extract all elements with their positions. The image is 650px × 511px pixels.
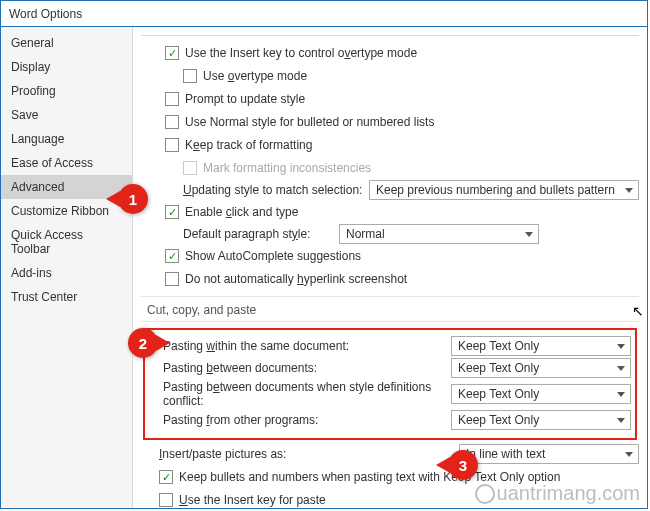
checkbox-prompt-update-style[interactable] xyxy=(165,92,179,106)
label-prompt-update-style: Prompt to update style xyxy=(185,92,305,106)
label-enable-click-type: Enable click and type xyxy=(185,205,298,219)
label-normal-bulleted: Use Normal style for bulleted or numbere… xyxy=(185,115,434,129)
checkbox-use-overtype[interactable] xyxy=(183,69,197,83)
label-default-para: Default paragraph style: xyxy=(183,227,333,241)
label-paste-between: Pasting between documents: xyxy=(163,361,451,375)
sidebar-item-save[interactable]: Save xyxy=(1,103,132,127)
label-paste-other: Pasting from other programs: xyxy=(163,413,451,427)
sidebar-item-ease-of-access[interactable]: Ease of Access xyxy=(1,151,132,175)
sidebar: General Display Proofing Save Language E… xyxy=(1,27,133,508)
checkbox-use-insert-paste[interactable] xyxy=(159,493,173,507)
select-paste-other[interactable]: Keep Text Only xyxy=(451,410,631,430)
sidebar-item-language[interactable]: Language xyxy=(1,127,132,151)
checkbox-no-hyperlink-screenshot[interactable] xyxy=(165,272,179,286)
sidebar-item-addins[interactable]: Add-ins xyxy=(1,261,132,285)
select-paste-within[interactable]: Keep Text Only xyxy=(451,336,631,356)
paste-options-block: Pasting within the same document: Keep T… xyxy=(143,328,637,440)
label-autocomplete: Show AutoComplete suggestions xyxy=(185,249,361,263)
select-updating-style[interactable]: Keep previous numbering and bullets patt… xyxy=(369,180,639,200)
checkbox-normal-bulleted[interactable] xyxy=(165,115,179,129)
label-keep-bullets: Keep bullets and numbers when pasting te… xyxy=(179,470,560,484)
label-keep-track-formatting: Keep track of formatting xyxy=(185,138,312,152)
checkbox-mark-inconsistencies xyxy=(183,161,197,175)
main-panel: Use the Insert key to control overtype m… xyxy=(133,27,647,508)
label-use-insert-paste: Use the Insert key for paste xyxy=(179,493,326,507)
label-paste-between-conflict: Pasting between documents when style def… xyxy=(163,380,451,408)
select-default-para[interactable]: Normal xyxy=(339,224,539,244)
select-paste-between-conflict[interactable]: Keep Text Only xyxy=(451,384,631,404)
sidebar-item-trust-center[interactable]: Trust Center xyxy=(1,285,132,309)
sidebar-item-general[interactable]: General xyxy=(1,31,132,55)
select-paste-between[interactable]: Keep Text Only xyxy=(451,358,631,378)
label-no-hyperlink-screenshot: Do not automatically hyperlink screensho… xyxy=(185,272,407,286)
checkbox-autocomplete[interactable] xyxy=(165,249,179,263)
window-title: Word Options xyxy=(9,7,82,21)
sidebar-item-proofing[interactable]: Proofing xyxy=(1,79,132,103)
checkbox-insert-overtype[interactable] xyxy=(165,46,179,60)
sidebar-item-qat[interactable]: Quick Access Toolbar xyxy=(1,223,132,261)
checkbox-enable-click-type[interactable] xyxy=(165,205,179,219)
checkbox-keep-track-formatting[interactable] xyxy=(165,138,179,152)
label-insert-overtype: Use the Insert key to control overtype m… xyxy=(185,46,417,60)
callout-2: 2 xyxy=(128,328,158,358)
checkbox-keep-bullets[interactable] xyxy=(159,470,173,484)
section-cut-copy-paste: Cut, copy, and paste xyxy=(141,296,639,322)
sidebar-item-display[interactable]: Display xyxy=(1,55,132,79)
label-paste-within: Pasting within the same document: xyxy=(163,339,451,353)
select-insert-pictures[interactable]: In line with text xyxy=(459,444,639,464)
label-insert-pictures: Insert/paste pictures as: xyxy=(159,447,459,461)
callout-1: 1 xyxy=(118,184,148,214)
titlebar: Word Options xyxy=(1,1,647,27)
label-use-overtype: Use overtype mode xyxy=(203,69,307,83)
label-updating-style: Updating style to match selection: xyxy=(183,183,363,197)
callout-3: 3 xyxy=(448,450,478,480)
label-mark-inconsistencies: Mark formatting inconsistencies xyxy=(203,161,371,175)
